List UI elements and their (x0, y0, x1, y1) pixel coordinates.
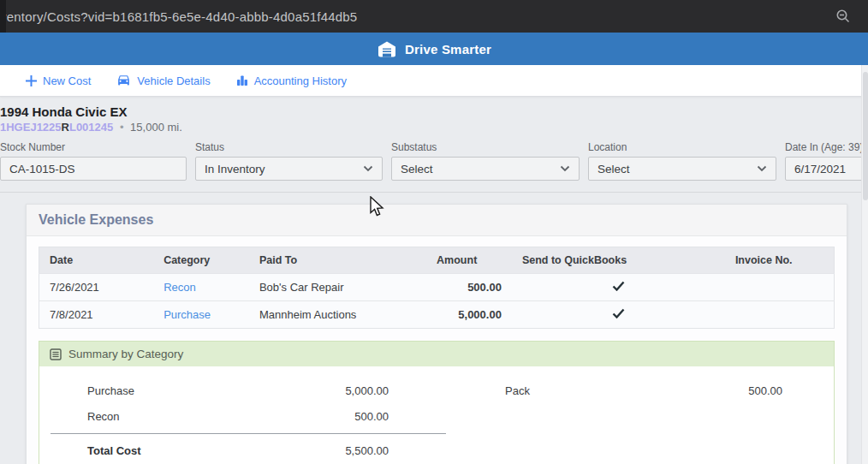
dot-separator: • (120, 121, 124, 134)
new-cost-label: New Cost (43, 74, 91, 87)
total-divider (51, 433, 446, 434)
check-icon (612, 281, 625, 291)
vehicle-title: 1994 Honda Civic EX (0, 104, 868, 119)
col-header-paid-to: Paid To (249, 247, 426, 274)
summary-label: Pack (505, 378, 530, 404)
stock-number-input[interactable] (0, 157, 187, 181)
summary-row: Purchase 5,000.00 (39, 378, 446, 404)
field-location: Location Select (588, 141, 776, 181)
summary-label: Recon (87, 404, 120, 430)
stock-number-label: Stock Number (0, 141, 187, 153)
new-cost-button[interactable]: New Cost (26, 74, 91, 87)
cell-date: 7/8/2021 (39, 301, 154, 329)
list-icon (50, 348, 62, 360)
col-header-category: Category (153, 247, 249, 274)
summary-value: 500.00 (354, 404, 389, 430)
cell-invoice (725, 274, 835, 301)
plus-icon (26, 75, 37, 86)
category-link[interactable]: Purchase (163, 308, 211, 321)
substatus-select[interactable]: Select (391, 157, 580, 181)
summary-left-column: Purchase 5,000.00 Recon 500.00 Total Cos… (39, 378, 446, 464)
date-in-input[interactable] (785, 157, 868, 181)
accounting-history-label: Accounting History (254, 74, 347, 87)
chevron-down-icon (560, 165, 570, 172)
cell-invoice (725, 301, 835, 329)
table-row[interactable]: 7/26/2021 Recon Bob's Car Repair 500.00 (39, 274, 835, 301)
summary-title: Summary by Category (68, 348, 183, 360)
summary-value: 5,000.00 (345, 378, 389, 404)
cell-paid-to: Mannheim Auctions (249, 301, 426, 329)
vehicle-mileage: 15,000 mi. (130, 121, 182, 134)
app-title: Drive Smarter (405, 42, 491, 57)
cell-amount: 5,000.00 (426, 301, 512, 329)
url-text[interactable]: ventory/Costs?vid=b1681fb5-6e5e-4d40-abb… (0, 9, 357, 24)
cell-category: Purchase (153, 301, 249, 329)
table-row[interactable]: 7/8/2021 Purchase Mannheim Auctions 5,00… (39, 301, 835, 329)
field-stock-number: Stock Number (0, 141, 187, 181)
summary-right-column: Pack 500.00 (446, 378, 834, 464)
action-toolbar: New Cost Vehicle Details Accounting Hist… (0, 65, 868, 97)
panel-title: Vehicle Expenses (39, 212, 153, 227)
app-window: ventory/Costs?vid=b1681fb5-6e5e-4d40-abb… (0, 0, 868, 464)
date-in-label: Date In (Age: 39) (785, 141, 868, 153)
summary-row: Recon 500.00 (39, 404, 446, 430)
vehicle-expenses-panel: Vehicle Expenses Date Category Paid To A… (26, 204, 847, 464)
field-status: Status In Inventory (195, 141, 383, 181)
vehicle-summary: 1994 Honda Civic EX 1HGEJ1225RL001245 • … (0, 97, 868, 193)
cell-category: Recon (153, 274, 249, 301)
col-header-quickbooks: Send to QuickBooks (512, 247, 725, 274)
total-cost-label: Total Cost (87, 438, 141, 464)
col-header-date: Date (39, 247, 154, 274)
vertical-scrollbar[interactable] (861, 65, 868, 464)
cell-date: 7/26/2021 (39, 274, 154, 301)
field-substatus: Substatus Select (391, 141, 580, 181)
summary-label: Purchase (87, 378, 134, 404)
total-cost-value: 5,500.00 (345, 438, 389, 464)
status-value: In Inventory (205, 163, 265, 175)
scrollbar-thumb[interactable] (863, 72, 868, 200)
summary-by-category: Summary by Category Purchase 5,000.00 Re… (39, 341, 835, 464)
location-value: Select (597, 163, 630, 175)
col-header-invoice: Invoice No. (725, 247, 835, 274)
vehicle-details-label: Vehicle Details (137, 74, 210, 87)
vin-highlight-char: R (62, 121, 69, 134)
vehicle-details-button[interactable]: Vehicle Details (116, 74, 210, 87)
status-label: Status (195, 141, 383, 153)
check-icon (612, 308, 625, 318)
address-bar[interactable]: ventory/Costs?vid=b1681fb5-6e5e-4d40-abb… (0, 0, 868, 33)
vehicle-subtitle: 1HGEJ1225RL001245 • 15,000 mi. (0, 121, 868, 134)
zoom-search-icon[interactable] (834, 7, 853, 26)
chevron-down-icon (757, 165, 767, 172)
total-cost-row: Total Cost 5,500.00 (39, 438, 446, 464)
table-header-row: Date Category Paid To Amount Send to Qui… (39, 247, 835, 274)
car-icon (116, 74, 131, 87)
summary-body: Purchase 5,000.00 Recon 500.00 Total Cos… (39, 366, 834, 464)
vehicle-fields: Stock Number Status In Inventory Substat… (0, 141, 868, 181)
vin-suffix: L001245 (69, 121, 113, 134)
col-header-amount: Amount (426, 247, 512, 274)
vin-prefix: 1HGEJ1225 (0, 121, 62, 134)
location-select[interactable]: Select (588, 157, 776, 181)
section-divider (0, 192, 868, 193)
panel-header: Vehicle Expenses (27, 205, 847, 236)
field-date-in: Date In (Age: 39) (785, 141, 868, 181)
cell-quickbooks (512, 274, 725, 301)
garage-icon (377, 40, 397, 57)
status-select[interactable]: In Inventory (195, 157, 383, 181)
app-header: Drive Smarter (0, 33, 868, 65)
substatus-value: Select (401, 163, 433, 175)
bar-chart-icon (236, 74, 248, 86)
panel-body: Date Category Paid To Amount Send to Qui… (27, 236, 847, 464)
cell-quickbooks (512, 301, 725, 329)
cell-paid-to: Bob's Car Repair (249, 274, 426, 301)
accounting-history-button[interactable]: Accounting History (236, 74, 347, 87)
summary-header: Summary by Category (39, 342, 834, 366)
summary-value: 500.00 (748, 378, 782, 404)
window-edge (0, 0, 6, 33)
location-label: Location (588, 141, 776, 153)
expenses-table: Date Category Paid To Amount Send to Qui… (39, 247, 835, 329)
substatus-label: Substatus (391, 141, 580, 153)
summary-row: Pack 500.00 (446, 378, 834, 404)
chevron-down-icon (363, 165, 373, 172)
category-link[interactable]: Recon (163, 281, 196, 294)
